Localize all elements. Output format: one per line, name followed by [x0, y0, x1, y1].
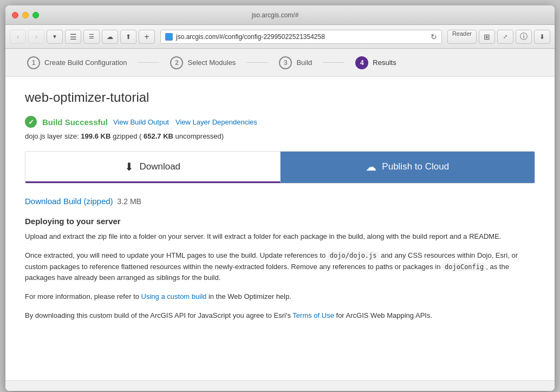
forward-button[interactable]: › [28, 30, 44, 44]
layer-size-label: dojo.js layer size: [25, 132, 79, 140]
cloud-button[interactable]: ☁ [102, 30, 118, 44]
zoom-button[interactable]: ⤢ [497, 30, 513, 44]
deploy-para-2: Once extracted, you will need to update … [25, 250, 535, 284]
step-divider-2 [246, 62, 268, 63]
step-4-label: Results [373, 58, 396, 67]
history-button[interactable]: ▼ [47, 30, 63, 44]
step-4-circle: 4 [355, 56, 368, 69]
step-2-circle: 2 [170, 56, 183, 69]
layer-size-uncomp-unit: uncompressed) [175, 132, 224, 140]
download-tab[interactable]: ⬇ Download [25, 152, 281, 183]
toolbar: ‹ › ▼ ☰ ☰ ☁ ⬆ + 🌐 jso.arcgis.com/#/confi… [5, 25, 555, 49]
reader-list-button[interactable]: ☰ [83, 30, 100, 44]
reader-button[interactable]: Reader [447, 30, 477, 44]
step-1-circle: 1 [27, 56, 40, 69]
step-2-label: Select Modules [187, 58, 236, 67]
deploying-heading: Deploying to your server [25, 217, 535, 226]
download-size: 3.2 MB [118, 197, 141, 206]
para2-code1: dojo/dojo.js [328, 251, 379, 260]
status-icon: ✓ [25, 116, 37, 128]
step-2[interactable]: 2 Select Modules [159, 56, 246, 69]
custom-build-link[interactable]: Using a custom build [141, 292, 207, 300]
tabs-container: ⬇ Download ☁ Publish to Cloud [25, 151, 535, 184]
info-button[interactable]: ⓘ [516, 30, 532, 44]
step-divider-1 [138, 62, 159, 63]
para2-before: Once extracted, you will need to update … [25, 251, 328, 259]
step-3[interactable]: 3 Build [268, 56, 323, 69]
terms-of-use-link[interactable]: Terms of Use [292, 311, 334, 319]
page-title: web-optimizer-tutorial [25, 90, 535, 105]
bookmarks-button[interactable]: ☰ [65, 30, 81, 44]
para3-after: in the Web Optimizer help. [206, 292, 291, 300]
title-bar: jso.arcgis.com/# [5, 5, 555, 25]
view-build-output-link[interactable]: View Build Output [113, 118, 169, 126]
step-nav: 1 Create Build Configuration 2 Select Mo… [5, 49, 555, 77]
address-bar[interactable]: 🌐 jso.arcgis.com/#/config/config-2299502… [160, 30, 442, 44]
build-successful-text: Build Successful [42, 117, 108, 127]
deploy-para-3: For more information, please refer to Us… [25, 291, 535, 303]
step-4[interactable]: 4 Results [344, 56, 407, 69]
para4-before: By downloading this custom build of the … [25, 311, 292, 319]
step-1-label: Create Build Configuration [44, 58, 127, 67]
tab-headers: ⬇ Download ☁ Publish to Cloud [25, 152, 535, 183]
step-divider-3 [323, 62, 344, 63]
build-status-row: ✓ Build Successful View Build Output Vie… [25, 116, 535, 128]
address-text: jso.arcgis.com/#/config/config-229950225… [176, 33, 325, 41]
publish-tab-label: Publish to Cloud [382, 161, 449, 172]
new-tab-button[interactable]: + [139, 30, 155, 44]
deploy-para-1: Upload and extract the zip file into a f… [25, 231, 535, 243]
view-layer-deps-link[interactable]: View Layer Dependencies [175, 118, 257, 126]
layer-size-uncomp: 652.7 KB [144, 132, 173, 140]
favicon: 🌐 [165, 33, 173, 41]
publish-tab-icon: ☁ [366, 160, 376, 173]
layer-size-gzip: 199.6 KB [81, 132, 110, 140]
bookmark-button[interactable]: ⊞ [479, 30, 495, 44]
download-build-link[interactable]: Download Build (zipped) [25, 197, 113, 206]
layer-size-info: dojo.js layer size: 199.6 KB gzipped ( 6… [25, 132, 535, 140]
share-button[interactable]: ⬆ [120, 30, 136, 44]
download-tab-label: Download [139, 161, 180, 172]
main-content: web-optimizer-tutorial ✓ Build Successfu… [5, 77, 555, 380]
publish-tab[interactable]: ☁ Publish to Cloud [281, 152, 535, 183]
browser-window: jso.arcgis.com/# ‹ › ▼ ☰ ☰ ☁ ⬆ + 🌐 jso.a… [5, 5, 555, 391]
download-toolbar-button[interactable]: ⬇ [534, 30, 550, 44]
bottom-bar [5, 380, 555, 391]
download-row: Download Build (zipped) 3.2 MB [25, 197, 535, 206]
para4-after: for ArcGIS Web Mapping APIs. [334, 311, 432, 319]
window-title: jso.arcgis.com/# [5, 11, 548, 19]
refresh-button[interactable]: ↻ [431, 32, 437, 41]
step-3-label: Build [296, 58, 312, 67]
back-button[interactable]: ‹ [10, 30, 26, 44]
address-bar-container: 🌐 jso.arcgis.com/#/config/config-2299502… [160, 30, 442, 44]
download-tab-icon: ⬇ [125, 160, 134, 173]
para3-before: For more information, please refer to [25, 292, 141, 300]
para2-code2: dojoConfig [442, 263, 486, 271]
build-links: View Build Output View Layer Dependencie… [113, 118, 257, 126]
layer-size-gzip-unit: gzipped ( [113, 132, 141, 140]
deploy-para-4: By downloading this custom build of the … [25, 310, 535, 322]
step-3-circle: 3 [279, 56, 292, 69]
step-1[interactable]: 1 Create Build Configuration [16, 56, 138, 69]
